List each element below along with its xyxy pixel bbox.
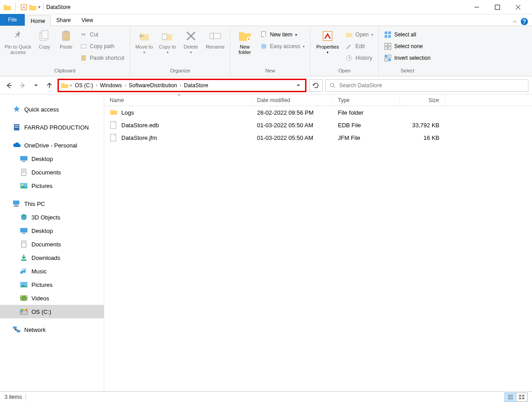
new-item-button[interactable]: ✦New item ▾	[258, 30, 306, 40]
paste-shortcut-icon	[80, 54, 87, 62]
details-view-button[interactable]	[505, 393, 516, 402]
delete-button[interactable]: Delete▾	[181, 28, 201, 54]
nav-videos[interactable]: Videos	[0, 291, 104, 305]
minimize-button[interactable]	[466, 0, 487, 14]
svg-rect-0	[21, 4, 27, 10]
group-new: ✦ New folder ✦New item ▾ Easy access ▾ N…	[231, 26, 310, 76]
file-row[interactable]: DataStore.edb01-03-2022 05:50 AMEDB File…	[104, 119, 532, 131]
breadcrumb-item[interactable]: DataStore	[182, 82, 210, 89]
maximize-button[interactable]	[487, 0, 508, 14]
copy-path-button[interactable]: Copy path	[78, 41, 126, 51]
nav-os-c[interactable]: OS (C:)	[0, 305, 104, 318]
desktop-icon	[20, 227, 28, 235]
file-row[interactable]: DataStore.jfm01-03-2022 05:50 AMJFM File…	[104, 131, 532, 144]
qat-properties-icon[interactable]	[20, 4, 27, 11]
breadcrumb-item[interactable]: SoftwareDistribution	[127, 82, 179, 89]
help-icon[interactable]: ?	[520, 18, 528, 26]
history-icon	[346, 54, 353, 62]
ribbon-tabs: File Home Share View ?	[0, 14, 532, 26]
svg-point-64	[20, 309, 22, 311]
search-input[interactable]: Search DataStore	[325, 79, 528, 92]
nav-quick-access[interactable]: Quick access	[0, 103, 104, 116]
separator	[15, 3, 16, 11]
svg-rect-75	[519, 395, 521, 397]
rename-icon	[208, 29, 222, 43]
svg-text:✦: ✦	[247, 37, 251, 41]
nav-pictures[interactable]: Pictures	[0, 278, 104, 291]
nav-network[interactable]: Network	[0, 323, 104, 336]
chevron-up-icon	[512, 19, 518, 24]
move-to-button[interactable]: Move to▾	[134, 28, 155, 54]
nav-farrad[interactable]: FARRAD PRODUCTION	[0, 121, 104, 134]
nav-desktop[interactable]: Desktop	[0, 224, 104, 237]
easy-access-button[interactable]: Easy access ▾	[258, 41, 306, 51]
tab-home[interactable]: Home	[25, 15, 51, 26]
properties-button[interactable]: Properties▾	[314, 28, 341, 54]
breadcrumb-dropdown[interactable]	[293, 83, 303, 88]
open-icon	[346, 31, 353, 38]
nav-downloads[interactable]: Downloads	[0, 251, 104, 264]
paste-button[interactable]: Paste	[57, 28, 75, 49]
nav-documents[interactable]: Documents	[0, 237, 104, 251]
tab-share[interactable]: Share	[51, 15, 76, 26]
ribbon-collapse[interactable]: ?	[509, 18, 532, 26]
nav-onedrive[interactable]: OneDrive - Personal	[0, 138, 104, 152]
copy-to-button[interactable]: Copy to▾	[157, 28, 178, 54]
rename-button[interactable]: Rename	[204, 28, 226, 49]
svg-rect-37	[18, 125, 18, 126]
copy-button[interactable]: Copy	[35, 28, 54, 49]
breadcrumb[interactable]: « OS (C:) › Windows › SoftwareDistributi…	[58, 79, 306, 92]
column-type[interactable]: Type	[332, 94, 400, 106]
file-size: 16 KB	[400, 134, 445, 141]
column-size[interactable]: Size	[400, 94, 445, 106]
new-folder-button[interactable]: ✦ New folder	[234, 28, 256, 55]
forward-button[interactable]	[17, 80, 28, 91]
svg-rect-25	[385, 43, 387, 46]
invert-selection-icon	[384, 54, 391, 62]
back-button[interactable]	[4, 80, 14, 91]
column-date[interactable]: Date modified	[252, 94, 332, 106]
music-icon	[20, 267, 28, 275]
nav-od-pictures[interactable]: Pictures	[0, 179, 104, 192]
cut-button[interactable]: ✂Cut	[78, 30, 126, 40]
qat-dropdown-icon[interactable]: ▾	[38, 4, 40, 9]
window-controls	[466, 0, 528, 14]
file-row[interactable]: Logs28-02-2022 09:56 PMFile folder	[104, 106, 532, 119]
edit-button[interactable]: Edit	[344, 41, 375, 51]
nav-3d-objects[interactable]: 3D Objects	[0, 210, 104, 224]
svg-rect-26	[388, 43, 391, 46]
nav-this-pc[interactable]: This PC	[0, 197, 104, 210]
up-button[interactable]	[44, 80, 55, 91]
refresh-button[interactable]	[309, 79, 323, 92]
nav-music[interactable]: Music	[0, 264, 104, 278]
svg-rect-61	[26, 299, 27, 300]
select-all-button[interactable]: Select all	[382, 30, 432, 40]
paste-icon	[59, 29, 73, 43]
svg-rect-68	[13, 326, 17, 329]
svg-rect-60	[21, 299, 22, 300]
paste-shortcut-button[interactable]: Paste shortcut	[78, 53, 126, 63]
thumbnails-view-button[interactable]	[516, 393, 528, 402]
history-button[interactable]: History	[344, 53, 375, 63]
status-bar: 3 items	[0, 391, 532, 402]
pc-icon	[13, 200, 21, 208]
tab-file[interactable]: File	[0, 14, 25, 26]
folder-icon[interactable]	[29, 4, 36, 10]
invert-selection-button[interactable]: Invert selection	[382, 53, 432, 63]
svg-text:?: ?	[523, 18, 526, 25]
nav-od-desktop[interactable]: Desktop	[0, 152, 104, 165]
file-name: Logs	[121, 109, 134, 116]
svg-rect-40	[18, 127, 18, 128]
svg-rect-19	[323, 31, 332, 40]
close-button[interactable]	[508, 0, 528, 14]
open-button[interactable]: Open ▾	[344, 30, 375, 40]
file-date: 01-03-2022 05:50 AM	[252, 122, 332, 129]
nav-od-documents[interactable]: Documents	[0, 165, 104, 179]
recent-locations-button[interactable]	[31, 80, 41, 91]
pin-quick-access-button[interactable]: Pin to Quick access	[4, 28, 32, 55]
tab-view[interactable]: View	[76, 15, 98, 26]
select-none-button[interactable]: Select none	[382, 41, 432, 51]
pin-icon	[11, 29, 25, 43]
breadcrumb-item[interactable]: Windows	[98, 82, 124, 89]
breadcrumb-item[interactable]: OS (C:)	[73, 82, 95, 89]
